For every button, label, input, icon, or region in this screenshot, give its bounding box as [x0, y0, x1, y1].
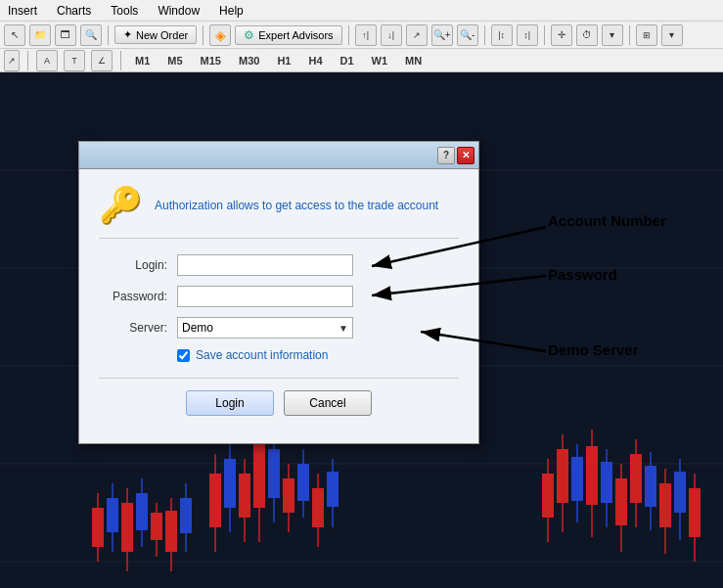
save-info-row: Save account information [177, 348, 459, 362]
toolbar-timeframes: ↗ A T ∠ M1 M5 M15 M30 H1 H4 D1 W1 MN [0, 49, 723, 72]
key-icon: 🔑 [99, 185, 143, 226]
svg-rect-9 [107, 498, 118, 532]
tf-m5[interactable]: M5 [161, 53, 188, 68]
svg-rect-41 [557, 449, 568, 503]
svg-rect-25 [239, 474, 250, 518]
login-row: Login: [99, 254, 459, 276]
login-button[interactable]: Login [186, 390, 274, 416]
expert-advisors-btn[interactable]: ⚙ Expert Advisors [235, 25, 341, 45]
tf-w1[interactable]: W1 [366, 53, 394, 68]
angle-btn[interactable]: ∠ [91, 50, 113, 71]
close-icon: ✕ [462, 150, 470, 160]
chart-up-btn[interactable]: ↑| [355, 24, 377, 46]
new-order-label: New Order [136, 29, 188, 41]
menu-charts[interactable]: Charts [53, 2, 95, 20]
grid-btn[interactable]: ⊞ [636, 24, 657, 46]
dialog-description: Authorization allows to get access to th… [155, 199, 438, 212]
sep2 [203, 25, 203, 45]
svg-rect-55 [659, 483, 671, 527]
dropdown-btn[interactable]: ▾ [602, 24, 623, 46]
svg-rect-49 [615, 478, 627, 525]
tf-m1[interactable]: M1 [129, 53, 156, 68]
dialog-header: 🔑 Authorization allows to get access to … [99, 185, 459, 239]
clock-btn[interactable]: ⏱ [576, 24, 598, 46]
server-select[interactable]: Demo ▼ [177, 317, 353, 339]
sep3 [348, 25, 349, 45]
cancel-button[interactable]: Cancel [284, 390, 372, 416]
dialog-titlebar: ? ✕ [79, 142, 478, 169]
menu-window[interactable]: Window [154, 2, 203, 20]
tf-m15[interactable]: M15 [195, 53, 227, 68]
toolbar-main: ↖ 📁 🗖 🔍 ✦ New Order ◈ ⚙ Expert Advisors … [0, 22, 723, 49]
svg-rect-47 [601, 462, 612, 503]
indicator-btn[interactable]: ↗ [4, 50, 20, 71]
sep6 [629, 25, 630, 45]
new-order-btn[interactable]: ✦ New Order [114, 25, 197, 44]
svg-rect-7 [92, 508, 104, 547]
new-order-icon: ✦ [123, 28, 132, 41]
login-input[interactable] [177, 254, 353, 276]
password-label: Password: [99, 290, 177, 303]
svg-rect-21 [209, 474, 221, 527]
dialog-close-btn[interactable]: ✕ [457, 147, 474, 164]
line-btn[interactable]: A [36, 50, 58, 71]
menu-help[interactable]: Help [215, 2, 248, 20]
tf-d1[interactable]: D1 [335, 53, 360, 68]
help-icon: ? [443, 150, 449, 160]
window-btn[interactable]: 🗖 [55, 24, 76, 46]
sep5 [544, 25, 545, 45]
chart-auto-btn[interactable]: ↗ [406, 24, 428, 46]
demo-server-annotation: Demo Server [548, 341, 639, 358]
crosshair-btn[interactable]: ✛ [551, 24, 572, 46]
save-account-label[interactable]: Save account information [196, 348, 328, 362]
svg-rect-19 [180, 498, 192, 533]
menu-insert[interactable]: Insert [4, 2, 41, 20]
dropdown2-btn[interactable]: ▾ [661, 24, 683, 46]
arrow-tool-btn[interactable]: ↖ [4, 24, 25, 46]
account-number-annotation: Account Number [548, 212, 666, 229]
sep1 [108, 25, 109, 45]
svg-rect-17 [165, 511, 177, 552]
dialog-help-btn[interactable]: ? [437, 147, 455, 164]
svg-rect-13 [136, 493, 148, 530]
zoom-in-btn[interactable]: 🔍+ [431, 24, 453, 46]
period-sep-btn[interactable]: |↕ [491, 24, 513, 46]
svg-rect-43 [571, 457, 583, 501]
tf-h4[interactable]: H4 [302, 53, 328, 68]
tf-sep2 [120, 51, 121, 70]
tf-sep1 [27, 51, 28, 70]
zoom-btn[interactable]: 🔍 [80, 24, 102, 46]
period-btn2[interactable]: ↕| [517, 24, 538, 46]
dialog-buttons: Login Cancel [99, 390, 459, 428]
svg-rect-33 [297, 464, 309, 501]
chart-down-btn[interactable]: ↓| [381, 24, 402, 46]
password-row: Password: [99, 286, 459, 307]
text-btn[interactable]: T [64, 50, 85, 71]
svg-rect-39 [542, 474, 554, 518]
svg-rect-15 [151, 513, 162, 540]
tf-m30[interactable]: M30 [233, 53, 265, 68]
svg-rect-51 [630, 454, 642, 503]
signal-icon: ◈ [209, 24, 231, 46]
menu-tools[interactable]: Tools [107, 2, 142, 20]
password-annotation: Password [548, 266, 617, 283]
svg-rect-57 [674, 472, 686, 513]
svg-rect-27 [253, 444, 265, 508]
server-value: Demo [182, 321, 213, 335]
svg-rect-23 [224, 459, 236, 508]
svg-rect-35 [312, 488, 324, 527]
folder-btn[interactable]: 📁 [29, 24, 51, 46]
zoom-out-btn[interactable]: 🔍- [457, 24, 478, 46]
svg-rect-59 [689, 488, 700, 537]
chart-area: ? ✕ 🔑 Authorization allows to get access… [0, 72, 723, 588]
dropdown-arrow-icon: ▼ [339, 323, 348, 334]
svg-rect-37 [327, 472, 339, 507]
svg-rect-45 [586, 446, 598, 505]
password-input[interactable] [177, 286, 353, 307]
tf-h1[interactable]: H1 [271, 53, 296, 68]
menu-bar: Insert Charts Tools Window Help [0, 0, 723, 22]
expert-icon: ⚙ [244, 28, 254, 42]
tf-mn[interactable]: MN [399, 53, 428, 68]
expert-advisors-label: Expert Advisors [258, 29, 333, 41]
save-account-checkbox[interactable] [177, 349, 190, 362]
